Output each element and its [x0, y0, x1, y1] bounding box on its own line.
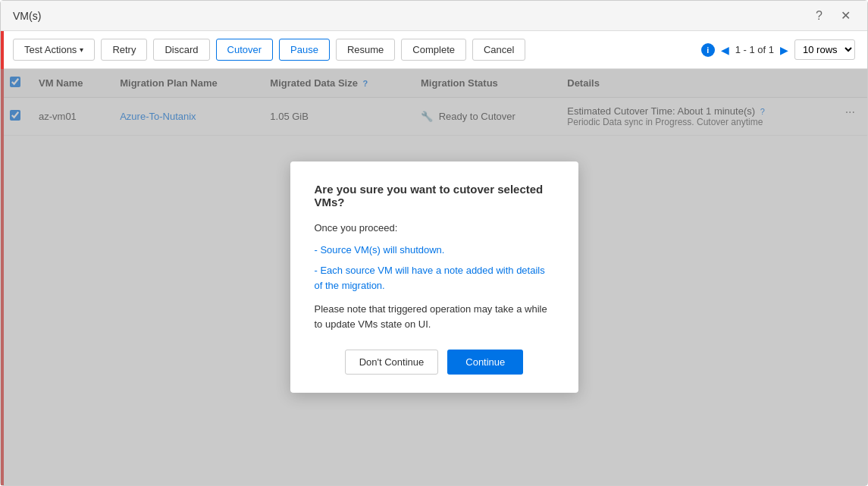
- close-button[interactable]: ✕: [836, 7, 855, 24]
- dialog-note: Please note that triggered operation may…: [315, 302, 554, 331]
- dialog-proceed-label: Once you proceed:: [315, 221, 554, 237]
- complete-button[interactable]: Complete: [401, 39, 466, 61]
- prev-page-button[interactable]: ◀: [721, 44, 729, 56]
- resume-button[interactable]: Resume: [336, 39, 395, 61]
- dialog-title: Are you sure you want to cutover selecte…: [315, 183, 554, 209]
- dialog-actions: Don't Continue Continue: [315, 350, 554, 375]
- pause-button[interactable]: Pause: [279, 39, 330, 61]
- main-window: VM(s) ? ✕ Test Actions ▾ Retry Discard C…: [0, 0, 868, 486]
- cancel-button[interactable]: Cancel: [472, 39, 525, 61]
- discard-button[interactable]: Discard: [153, 39, 209, 61]
- cutover-dialog: Are you sure you want to cutover selecte…: [290, 161, 578, 393]
- window-title: VM(s): [13, 10, 41, 22]
- cutover-button[interactable]: Cutover: [216, 39, 274, 61]
- test-actions-button[interactable]: Test Actions ▾: [13, 39, 95, 61]
- info-icon[interactable]: i: [701, 43, 715, 57]
- help-button[interactable]: ?: [811, 8, 827, 24]
- next-page-button[interactable]: ▶: [780, 44, 788, 56]
- toolbar: Test Actions ▾ Retry Discard Cutover Pau…: [1, 31, 867, 69]
- rows-per-page-select[interactable]: 10 rows 25 rows 50 rows: [794, 39, 855, 60]
- modal-overlay: Are you sure you want to cutover selecte…: [1, 69, 867, 485]
- table-container: VM Name Migration Plan Name Migrated Dat…: [1, 69, 867, 485]
- pagination: i ◀ 1 - 1 of 1 ▶ 10 rows 25 rows 50 rows: [701, 39, 855, 60]
- dialog-point2: - Each source VM will have a note added …: [315, 263, 554, 293]
- dialog-point1: - Source VM(s) will shutdown.: [315, 243, 554, 258]
- page-info: 1 - 1 of 1: [735, 44, 774, 55]
- continue-button[interactable]: Continue: [447, 350, 523, 375]
- title-bar: VM(s) ? ✕: [1, 1, 867, 31]
- retry-button[interactable]: Retry: [101, 39, 147, 61]
- dont-continue-button[interactable]: Don't Continue: [345, 350, 439, 375]
- dropdown-arrow-icon: ▾: [80, 45, 83, 54]
